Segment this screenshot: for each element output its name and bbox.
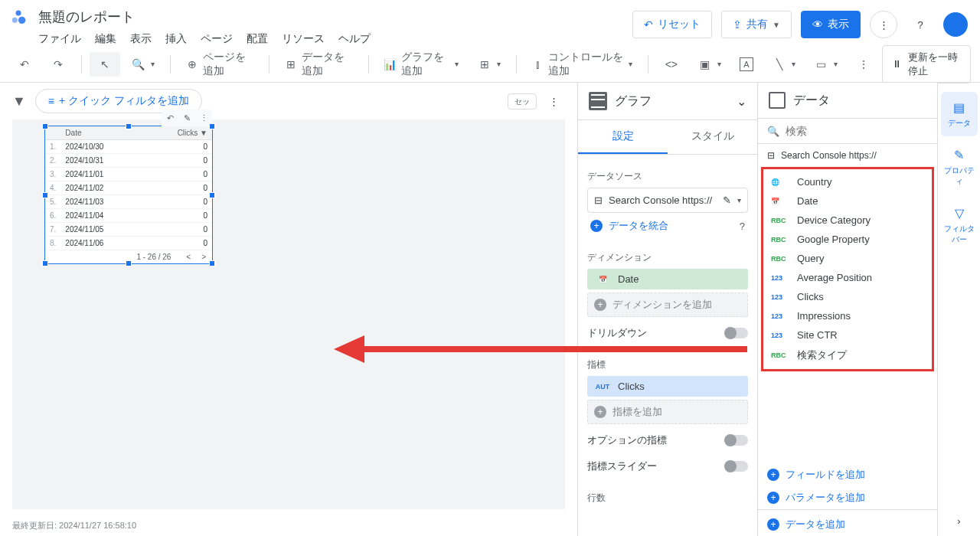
menu-edit[interactable]: 編集: [95, 32, 116, 46]
plus-icon: +: [590, 220, 603, 232]
table-component[interactable]: ↶ ✎ ⋮ DateClicks ▼ 1.2024/10/3002.2024/1…: [44, 126, 213, 264]
shape-button[interactable]: ▭▾: [806, 52, 845, 77]
datasource-header[interactable]: ⊟Search Console https://: [758, 144, 937, 167]
undo-icon: ↶: [644, 18, 653, 31]
add-metric-button[interactable]: +指標を追加: [587, 400, 748, 424]
blend-data-button[interactable]: +データを統合?: [587, 213, 748, 239]
datasource-selector[interactable]: ⊟Search Console https://✎▾: [587, 188, 748, 213]
view-button[interactable]: 👁表示: [801, 11, 861, 38]
table-row[interactable]: 3.2024/11/010: [45, 168, 212, 181]
search-icon: 🔍: [767, 126, 779, 137]
field-item[interactable]: 123Site CTR: [763, 325, 932, 345]
looker-studio-logo-icon: [8, 8, 29, 29]
pause-updates-button[interactable]: ⏸更新を一時停止: [882, 45, 971, 83]
collapse-panel-button[interactable]: ›: [948, 506, 969, 536]
panel-title: グラフ: [615, 93, 729, 109]
more-vert-icon: ⋮: [879, 19, 889, 31]
add-page-button[interactable]: ⊕ページを追加: [178, 46, 262, 83]
drilldown-toggle[interactable]: [725, 328, 748, 338]
undo-button[interactable]: ↶: [9, 52, 40, 77]
tab-style[interactable]: スタイル: [668, 120, 757, 154]
field-item[interactable]: RBCGoogle Property: [763, 230, 932, 249]
line-icon: ╲: [772, 57, 787, 72]
menu-arrange[interactable]: 配置: [247, 32, 268, 46]
image-button[interactable]: ▣▾: [690, 52, 729, 77]
component-undo-icon[interactable]: ↶: [162, 109, 178, 126]
field-item[interactable]: 123Clicks: [763, 287, 932, 306]
undo-icon: ↶: [17, 57, 32, 72]
more-tools[interactable]: ⋮: [848, 52, 879, 77]
reset-button[interactable]: ↶リセット: [632, 11, 712, 38]
search-input[interactable]: [786, 125, 928, 137]
add-param-button[interactable]: +パラメータを追加: [758, 486, 937, 509]
main-area: ▼ ≡+ クイック フィルタを追加 セッ ⋮ ↶ ✎ ⋮ DateClicks …: [0, 83, 980, 536]
user-avatar[interactable]: [943, 12, 968, 37]
page-settings-button[interactable]: セッ: [508, 93, 537, 109]
edit-icon[interactable]: ✎: [723, 194, 731, 206]
more-options-button[interactable]: ⋮: [870, 11, 897, 38]
community-viz-button[interactable]: ⊞▾: [469, 52, 508, 77]
field-item[interactable]: 123Impressions: [763, 306, 932, 325]
filter-add-icon: ≡: [48, 95, 54, 107]
help-button[interactable]: ?: [906, 11, 934, 38]
metric-slider-toggle[interactable]: [725, 461, 748, 472]
field-item[interactable]: RBCDevice Category: [763, 211, 932, 230]
table-row[interactable]: 6.2024/11/040: [45, 209, 212, 223]
page-next-icon[interactable]: >: [191, 253, 206, 261]
tab-filterbar[interactable]: ▽フィルタバー: [941, 198, 978, 253]
field-name: Site CTR: [797, 329, 838, 341]
field-search[interactable]: 🔍: [758, 119, 937, 144]
field-item[interactable]: 📅Date: [763, 191, 932, 211]
label-datasource: データソース: [587, 170, 748, 183]
report-canvas[interactable]: ↶ ✎ ⋮ DateClicks ▼ 1.2024/10/3002.2024/1…: [12, 119, 565, 509]
zoom-tool[interactable]: 🔍▾: [123, 52, 162, 77]
filter-bar: ▼ ≡+ クイック フィルタを追加 セッ ⋮: [0, 83, 577, 119]
menu-resource[interactable]: リソース: [282, 32, 325, 46]
svg-point-2: [18, 17, 25, 24]
metric-clicks[interactable]: AUTClicks: [587, 376, 748, 397]
menu-page[interactable]: ページ: [201, 32, 233, 46]
menu-help[interactable]: ヘルプ: [338, 32, 371, 46]
text-button[interactable]: A: [732, 53, 761, 76]
tab-setup[interactable]: 設定: [578, 120, 668, 154]
page-prev-icon[interactable]: <: [175, 253, 191, 261]
menu-view[interactable]: 表示: [130, 32, 152, 46]
table-row[interactable]: 2.2024/10/310: [45, 154, 212, 168]
col-clicks[interactable]: Clicks ▼: [143, 126, 212, 140]
tab-property[interactable]: ✎プロパティ: [941, 139, 978, 194]
add-chart-button[interactable]: 📊グラフを追加▾: [376, 46, 466, 83]
field-item[interactable]: 🌐Country: [763, 172, 932, 191]
dimension-date[interactable]: 📅Date: [587, 269, 748, 289]
last-updated: 最終更新日: 2024/11/27 16:58:10: [0, 515, 577, 536]
component-edit-icon[interactable]: ✎: [178, 109, 195, 126]
chevron-down-icon[interactable]: ⌄: [737, 94, 746, 109]
opt-metric-toggle[interactable]: [725, 435, 748, 446]
redo-button[interactable]: ↷: [43, 52, 74, 77]
add-control-button[interactable]: ⫿コントロールを追加▾: [524, 46, 640, 83]
document-title[interactable]: 無題のレポート: [38, 5, 632, 29]
field-item[interactable]: RBCQuery: [763, 249, 932, 268]
zoom-icon: 🔍: [131, 57, 146, 72]
field-type-icon: 123: [771, 274, 789, 282]
add-data-button[interactable]: ⊞データを追加: [277, 46, 361, 83]
tab-data[interactable]: ▤データ: [941, 92, 978, 136]
table-row[interactable]: 4.2024/11/020: [45, 181, 212, 195]
field-item[interactable]: RBC検索タイプ: [763, 345, 932, 366]
menu-insert[interactable]: 挿入: [165, 32, 187, 46]
add-data-link[interactable]: +データを追加: [758, 509, 937, 536]
table-row[interactable]: 5.2024/11/030: [45, 195, 212, 209]
add-dimension-button[interactable]: +ディメンションを追加: [587, 293, 748, 317]
menu-file[interactable]: ファイル: [38, 32, 81, 46]
share-button[interactable]: ⇪共有▼: [721, 11, 792, 38]
select-tool[interactable]: ↖: [90, 52, 120, 77]
more-vert-icon[interactable]: ⋮: [543, 96, 565, 107]
field-item[interactable]: 123Average Position: [763, 268, 932, 287]
line-button[interactable]: ╲▾: [764, 52, 803, 77]
add-field-button[interactable]: +フィールドを追加: [758, 463, 937, 486]
eye-icon: 👁: [812, 18, 823, 31]
table-row[interactable]: 8.2024/11/060: [45, 237, 212, 250]
table-row[interactable]: 1.2024/10/300: [45, 140, 212, 154]
help-icon[interactable]: ?: [740, 221, 745, 232]
table-row[interactable]: 7.2024/11/050: [45, 223, 212, 237]
embed-button[interactable]: <>: [656, 52, 687, 77]
